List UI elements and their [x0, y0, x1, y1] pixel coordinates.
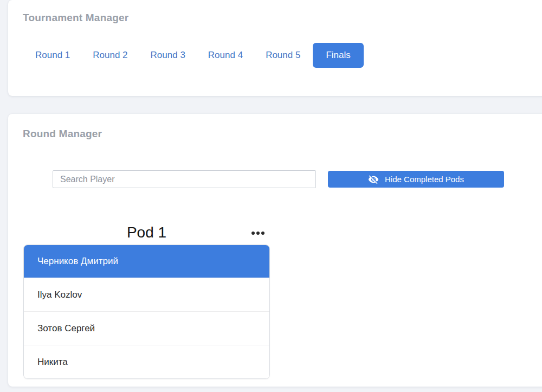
tab-round-5[interactable]: Round 5 [266, 50, 300, 61]
pod-1: Pod 1 Черников Дмитрий Ilya Kozlov Зотов… [23, 221, 270, 379]
pod-header: Pod 1 [23, 221, 270, 240]
hide-completed-pods-label: Hide Completed Pods [385, 175, 464, 184]
round-manager-card: Round Manager Hide Completed Pods Pod 1 … [8, 114, 542, 387]
tournament-manager-card: Tournament Manager Round 1 Round 2 Round… [8, 0, 542, 96]
search-player-input[interactable] [53, 170, 316, 188]
player-list: Черников Дмитрий Ilya Kozlov Зотов Серге… [23, 245, 270, 379]
tab-round-4[interactable]: Round 4 [208, 50, 243, 61]
round-tabs: Round 1 Round 2 Round 3 Round 4 Round 5 … [35, 42, 542, 68]
pod-title: Pod 1 [127, 225, 166, 240]
tab-finals[interactable]: Finals [313, 43, 363, 68]
tab-round-1[interactable]: Round 1 [35, 50, 70, 61]
player-row[interactable]: Ilya Kozlov [24, 278, 269, 311]
ellipsis-icon [251, 232, 255, 235]
player-row[interactable]: Зотов Сергей [24, 311, 269, 345]
tab-round-2[interactable]: Round 2 [93, 50, 127, 61]
ellipsis-menu-button[interactable] [250, 229, 266, 237]
player-row[interactable]: Никита [24, 345, 269, 378]
hide-completed-pods-button[interactable]: Hide Completed Pods [328, 171, 504, 188]
eye-off-icon [368, 174, 379, 185]
round-manager-title: Round Manager [8, 114, 542, 140]
tournament-manager-title: Tournament Manager [8, 0, 542, 24]
player-row-selected[interactable]: Черников Дмитрий [24, 245, 269, 278]
tab-round-3[interactable]: Round 3 [151, 50, 185, 61]
round-controls: Hide Completed Pods [53, 170, 542, 188]
